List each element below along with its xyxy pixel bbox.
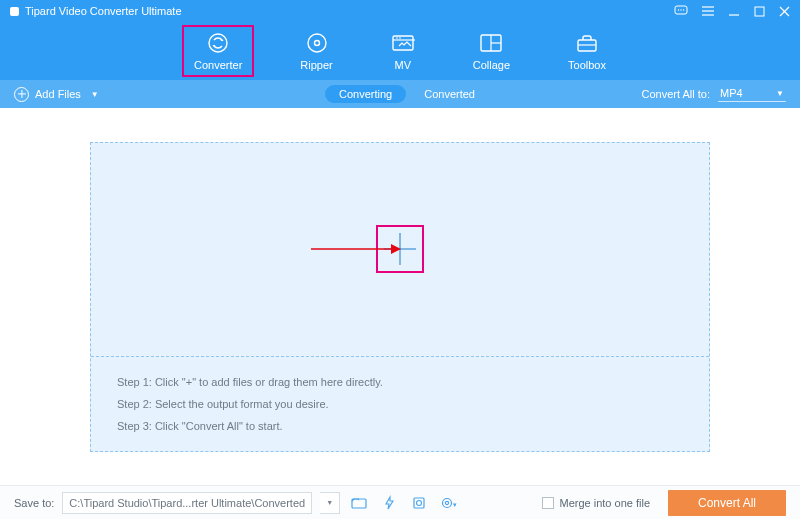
- nav-toolbox[interactable]: Toolbox: [560, 29, 614, 73]
- dropzone: Step 1: Click "+" to add files or drag t…: [90, 142, 710, 452]
- mv-icon: [391, 31, 415, 55]
- nav-collage[interactable]: Collage: [465, 29, 518, 73]
- merge-checkbox[interactable]: Merge into one file: [542, 497, 651, 509]
- convert-all-button[interactable]: Convert All: [668, 490, 786, 516]
- footer: Save to: C:\Tipard Studio\Tipard...rter …: [0, 485, 800, 519]
- close-icon[interactable]: [779, 6, 790, 17]
- step-2: Step 2: Select the output format you des…: [117, 393, 683, 415]
- output-format-select[interactable]: MP4 ▼: [718, 86, 786, 102]
- chevron-down-icon: ▼: [91, 90, 99, 99]
- toolbar: Add Files ▼ Converting Converted Convert…: [0, 80, 800, 108]
- main-nav: Converter Ripper MV Collage Toolbox: [0, 22, 800, 80]
- save-path-input[interactable]: C:\Tipard Studio\Tipard...rter Ultimate\…: [62, 492, 312, 514]
- open-folder-button[interactable]: [348, 492, 370, 514]
- feedback-icon[interactable]: [674, 5, 688, 17]
- convert-all-to-label: Convert All to:: [642, 88, 710, 100]
- svg-rect-28: [352, 499, 366, 508]
- svg-text:▾: ▾: [453, 501, 457, 508]
- instructions: Step 1: Click "+" to add files or drag t…: [91, 357, 709, 451]
- checkbox-icon: [542, 497, 554, 509]
- maximize-icon[interactable]: [754, 6, 765, 17]
- svg-point-11: [209, 34, 227, 52]
- nav-converter[interactable]: Converter: [186, 29, 250, 73]
- svg-point-30: [417, 500, 422, 505]
- titlebar: Tipard Video Converter Ultimate: [0, 0, 800, 22]
- svg-marker-25: [391, 244, 401, 254]
- nav-label: Toolbox: [568, 59, 606, 71]
- output-format-value: MP4: [720, 87, 743, 99]
- menu-icon[interactable]: [702, 6, 714, 16]
- svg-point-18: [399, 37, 401, 39]
- merge-label: Merge into one file: [560, 497, 651, 509]
- svg-point-32: [446, 501, 449, 504]
- svg-point-1: [678, 9, 679, 10]
- app-title: Tipard Video Converter Ultimate: [25, 5, 674, 17]
- settings-button[interactable]: ▾: [438, 492, 460, 514]
- chevron-down-icon: ▼: [776, 89, 784, 98]
- dropzone-upper[interactable]: [91, 143, 709, 357]
- save-path-dropdown[interactable]: ▼: [320, 492, 340, 514]
- tab-converting[interactable]: Converting: [325, 85, 406, 103]
- workspace: Step 1: Click "+" to add files or drag t…: [0, 108, 800, 485]
- toolbox-icon: [575, 31, 599, 55]
- add-files-button[interactable]: Add Files ▼: [14, 87, 99, 102]
- save-to-label: Save to:: [14, 497, 54, 509]
- app-logo-icon: [10, 7, 19, 16]
- nav-label: Converter: [194, 59, 242, 71]
- svg-rect-8: [755, 7, 764, 16]
- svg-rect-16: [393, 36, 413, 50]
- nav-label: Collage: [473, 59, 510, 71]
- gpu-button[interactable]: [408, 492, 430, 514]
- status-tabs: Converting Converted: [325, 85, 475, 103]
- nav-label: Ripper: [300, 59, 332, 71]
- svg-point-17: [396, 37, 398, 39]
- plus-circle-icon: [14, 87, 29, 102]
- nav-ripper[interactable]: Ripper: [292, 29, 340, 73]
- svg-point-2: [680, 9, 681, 10]
- minimize-icon[interactable]: [728, 5, 740, 17]
- hw-accel-button[interactable]: [378, 492, 400, 514]
- collage-icon: [479, 31, 503, 55]
- nav-mv[interactable]: MV: [383, 29, 423, 73]
- svg-point-31: [443, 498, 452, 507]
- annotation-arrow-icon: [311, 242, 401, 256]
- svg-point-14: [308, 34, 326, 52]
- ripper-icon: [305, 31, 329, 55]
- nav-label: MV: [394, 59, 411, 71]
- svg-rect-29: [414, 498, 424, 508]
- converter-icon: [206, 31, 230, 55]
- tab-converted[interactable]: Converted: [424, 88, 475, 100]
- step-1: Step 1: Click "+" to add files or drag t…: [117, 371, 683, 393]
- step-3: Step 3: Click "Convert All" to start.: [117, 415, 683, 437]
- svg-point-15: [314, 41, 319, 46]
- svg-point-3: [683, 9, 684, 10]
- add-files-label: Add Files: [35, 88, 81, 100]
